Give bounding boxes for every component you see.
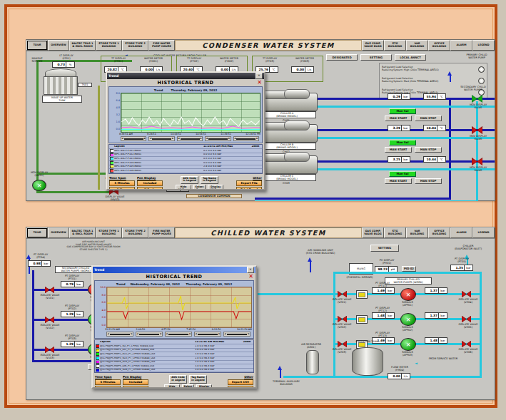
setting-button[interactable]: SETTING [370,245,399,252]
nav-button[interactable]: STORE TYPE 2 BUILDING [122,40,148,51]
man-stop-button[interactable]: MAN STOP [415,147,442,153]
man-sel-button[interactable]: Man Sel [389,140,416,145]
man-start-button[interactable]: MAN START [385,178,412,184]
radio-button[interactable] [478,78,485,84]
isolate-valve-icon[interactable] [45,287,54,293]
nav-button[interactable]: OFFICE BUILDING [428,227,450,238]
select-pens-button[interactable]: Select Pens [193,185,206,190]
included-button[interactable]: Included [137,180,163,186]
close-icon[interactable]: ✕ [255,73,263,79]
avg-code-button[interactable]: AVG Code in Legend [169,375,187,383]
isolate-valve-icon[interactable] [462,341,471,347]
nav-button[interactable]: FIRE WATER PUMP HOUSE [148,40,175,51]
isolate-valve-icon[interactable] [462,291,471,297]
nav-button[interactable]: STORE TYPE 2 BUILDING [122,227,148,238]
nav-button[interactable]: LEGEND [472,40,495,51]
y-scale-button[interactable]: Y Scale [137,187,163,190]
nav-button[interactable]: LEGEND [472,227,495,238]
close-icon[interactable]: ✕ [257,79,262,86]
time-slider[interactable]: ◄► [205,136,231,141]
tag-name-button[interactable]: Tag Name in Legend [201,176,218,184]
time-slider[interactable]: ◄► [177,136,203,141]
print-trend-button[interactable]: Print Trend [236,187,262,190]
window-titlebar[interactable]: Trend ✕ [93,267,255,273]
included-button[interactable]: Included [123,379,148,385]
nav-button[interactable]: OFFICE BUILDING [428,40,450,51]
export-button[interactable]: Export File [236,180,262,186]
nav-button[interactable]: STG BUILDING [384,40,406,51]
radio-button[interactable] [478,66,485,73]
mov-valve-icon[interactable] [472,95,482,103]
nav-button[interactable]: STORE TYPE 1 BUILDING [96,40,122,51]
man-stop-button[interactable]: MAN STOP [415,178,442,184]
hide-all-pens-button[interactable]: Hide All Pens [164,384,179,389]
nav-button[interactable]: OVERVIEW [48,40,69,51]
nav-button[interactable]: VAR BUILDING [406,40,428,51]
pump-icon[interactable]: ✕ [400,288,416,301]
ctrl-button[interactable]: SETTING [360,54,392,61]
nav-button[interactable]: TOUR [26,227,48,238]
nav-button[interactable]: BALTEC TRLR 1 & ENCL ROOM [69,40,96,51]
man-start-button[interactable]: MAN START [385,147,412,153]
makeup-tank[interactable] [44,76,78,95]
nav-button[interactable]: TOUR [26,40,48,51]
time-slider[interactable]: ◄► [233,136,259,141]
legend-row[interactable]: @LCP4@PCHWP6_SD6_PT_CPH06 Scaled_Out 3.4… [95,369,253,373]
isolate-valve-icon[interactable] [45,347,54,353]
time-slider[interactable]: ◄► [194,332,221,337]
time-slider[interactable]: ◄► [136,332,163,337]
one-hour-button[interactable]: 1 Hour [95,386,121,389]
isolate-valve-icon[interactable] [338,291,347,297]
isolate-valve-icon[interactable] [338,316,347,322]
export-button[interactable]: Export CSV [228,379,253,385]
nav-button[interactable]: STG BUILDING [384,227,406,238]
close-icon[interactable]: ✕ [247,267,254,273]
mov-valve-icon[interactable] [472,158,482,165]
display-all-pens-button[interactable]: Display All Pens [196,384,211,389]
nav-button[interactable]: FIRE WATER PUMP HOUSE [148,227,175,238]
select-pens-button[interactable]: Select Pens [182,384,195,389]
five-minutes-button[interactable]: 5 Minutes [109,180,135,186]
five-minutes-button[interactable]: 5 Minutes [95,379,121,385]
mov-valve-icon[interactable] [472,126,482,134]
pump-icon[interactable]: ✕ [400,313,416,326]
nav-button[interactable]: BALTEC TRLR 1 & ENCL ROOM [69,227,96,238]
time-slider[interactable]: ◄► [121,136,146,141]
hide-all-pens-button[interactable]: Hide All Pens [176,185,191,190]
trend-plot[interactable] [121,93,260,133]
nav-button[interactable]: GAS COMP. VALVE BLDG [362,40,384,51]
time-slider[interactable]: ◄► [106,332,133,337]
isolate-valve-icon[interactable] [45,317,54,323]
display-all-pens-button[interactable]: Display All Pens [208,185,223,190]
nav-button[interactable]: ALARM [450,40,472,51]
time-slider[interactable]: ◄► [223,332,251,337]
window-titlebar[interactable]: Trend ✕ [107,73,264,79]
man-stop-button[interactable]: MAN STOP [415,116,442,121]
print-trend-button[interactable]: Print Trend [228,386,253,389]
tag-name-button[interactable]: Tag Name in Legend [189,375,207,383]
mov-pump-icon[interactable]: ✕ [32,180,46,191]
nav-button[interactable]: ALARM [450,227,472,238]
man-start-button[interactable]: MAN START [385,116,412,121]
legend-row[interactable]: WPC-40CP-P106.KW01 0.2 0.0 9.4 Bar [109,169,262,173]
y-scale-button[interactable]: Y Scale [123,386,148,389]
time-slider[interactable]: ◄► [165,332,192,337]
nav-button[interactable]: GAS COMP. VALVE BLDG [362,227,384,238]
time-slider[interactable]: ◄► [148,136,174,141]
man-sel-button[interactable]: Man Sel [389,108,416,114]
isolate-valve-icon[interactable] [462,316,471,322]
one-hour-button[interactable]: 1 Hour [109,187,135,190]
y-tick: 2.0 [96,317,106,319]
man-sel-button[interactable]: Man Sel [389,171,416,177]
pid-box[interactable]: PID 02 [402,266,416,272]
ctrl-button[interactable]: LOCAL ANNCT [395,54,426,61]
close-icon[interactable]: ✕ [248,273,253,280]
trend-plot[interactable] [106,287,252,328]
ctrl-button[interactable]: DESIGNATED [326,54,358,61]
nav-button[interactable]: VAR BUILDING [406,227,428,238]
isolate-valve-icon[interactable] [338,341,347,347]
pump-icon[interactable]: ✕ [400,338,416,351]
nav-button[interactable]: STORE TYPE 1 BUILDING [96,227,122,238]
nav-button[interactable]: OVERVIEW [48,227,69,238]
avg-code-button[interactable]: AVG Code in Legend [181,176,198,184]
